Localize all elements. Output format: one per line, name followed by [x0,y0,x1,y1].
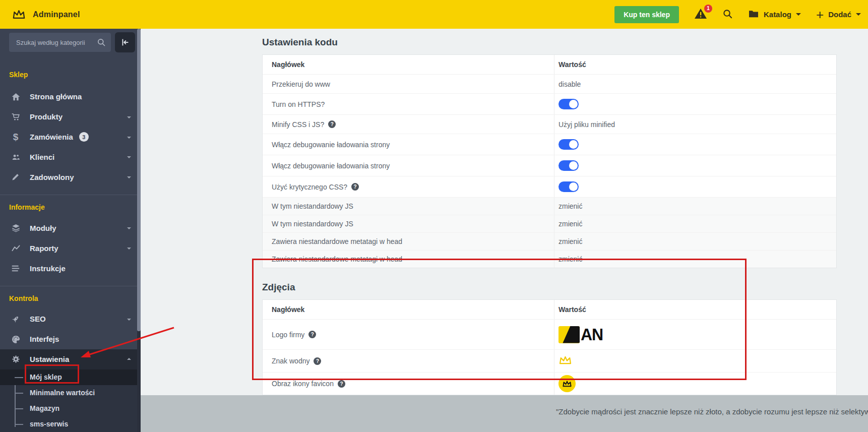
help-icon[interactable] [314,357,321,365]
table-row: Minify CSS i JS? Użyj pliku minified [263,114,836,134]
table-row: Zawiera niestandardowe metatagi w head z… [263,250,836,268]
warning-triangle-icon [694,13,707,21]
chevron-up-icon [127,356,131,360]
dan-logo-mark [559,326,580,343]
chevron-down-icon [127,248,131,252]
chevron-down-icon [796,13,801,18]
chevron-down-icon [856,13,861,18]
code-settings-table: Nagłówek Wartość Przekieruj do www disab… [262,54,837,268]
help-icon[interactable] [351,183,359,191]
dan-logo-letters: AN [581,325,603,344]
sidebar-item-strona-glowna[interactable]: Strona główna [0,87,137,107]
sidebar-subitem-magazyn[interactable]: Magazyn [0,401,137,416]
category-search-input[interactable] [9,33,111,52]
sidebar-item-label: Klienci [30,153,54,161]
sidebar-subitem-sms-serwis[interactable]: sms-serwis [0,416,137,432]
row-label: Włącz debugowanie ładowania strony [272,141,390,149]
change-link[interactable]: zmienić [559,220,582,228]
help-icon[interactable] [338,380,345,388]
section-title-photos: Zdjęcia [262,282,837,293]
catalog-dropdown[interactable]: Katalog [748,9,801,20]
footer: "Zdobycie mądrości jest znacznie lepsze … [141,395,868,432]
sidebar-subitem-label: Magazyn [30,404,59,412]
sidebar-item-label: Ustawienia [30,355,69,363]
pencil-icon [10,172,21,181]
row-label: Minify CSS i JS? [272,120,324,129]
row-label: Włącz debugowanie ładowania strony [272,162,390,170]
sidebar-search [9,33,111,52]
alerts-button[interactable]: 1 [694,8,707,22]
sidebar-item-seo[interactable]: SEO [0,309,137,329]
toggle-switch-on[interactable] [559,139,579,150]
sidebar-item-raporty[interactable]: Raporty [0,238,137,258]
sidebar-section-title-informacje: Informacje [0,203,137,213]
sidebar-subitem-label: Minimalne wartości [30,389,95,397]
sidebar-item-label: Moduły [30,224,56,232]
row-label: Użyć krytycznego CSS? [272,183,347,191]
toggle-switch-on[interactable] [559,160,579,171]
sidebar-item-interfejs[interactable]: Interfejs [0,329,137,349]
buy-shop-button[interactable]: Kup ten sklep [614,6,679,23]
table-row: W tym niestandardowy JS zmienić [263,215,836,232]
column-header-wartosc: Wartość [554,55,836,74]
sidebar-scrollbar-thumb[interactable] [137,29,141,331]
sidebar-item-zamowienia[interactable]: $ Zamówienia 3 [0,127,137,147]
settings-content: Ustawienia kodu Nagłówek Wartość Przekie… [141,29,868,395]
crown-icon [562,380,572,388]
change-link[interactable]: zmienić [559,255,582,263]
list-icon [10,265,21,272]
folder-icon [748,9,759,20]
toggle-switch-on[interactable] [559,99,579,109]
row-label: Zawiera niestandardowe metatagi w head [272,237,402,245]
sidebar: Sklep Strona główna Produkty $ Zamówieni… [0,29,137,432]
sidebar-item-produkty[interactable]: Produkty [0,107,137,127]
sidebar-section-title-sklep: Sklep [0,71,137,81]
row-label: W tym niestandardowy JS [272,202,353,210]
sidebar-group-ustawienia: Ustawienia Mój sklep Minimalne wartości … [0,349,137,432]
table-row: W tym niestandardowy JS zmienić [263,197,836,215]
help-icon[interactable] [308,331,316,338]
sidebar-item-instrukcje[interactable]: Instrukcje [0,258,137,278]
row-label: Turn on HTTPS? [272,100,325,108]
sidebar-item-moduly[interactable]: Moduły [0,218,137,238]
toggle-switch-on[interactable] [559,181,579,192]
add-dropdown[interactable]: + Dodać [816,10,861,20]
cart-icon [10,112,21,121]
change-link[interactable]: zmienić [559,237,582,245]
sidebar-item-ustawienia[interactable]: Ustawienia [0,349,137,369]
count-badge: 3 [79,132,89,142]
sidebar-item-label: Zamówienia [30,133,73,141]
table-row: Włącz debugowanie ładowania strony [263,155,836,176]
footer-quote: "Zdobycie mądrości jest znacznie lepsze … [556,407,868,416]
page-body: Sklep Strona główna Produkty $ Zamówieni… [0,29,868,432]
sidebar-subitem-moj-sklep[interactable]: Mój sklep [0,369,137,385]
row-value: Użyj pliku minified [559,120,615,129]
table-row: Włącz debugowanie ładowania strony [263,134,836,155]
sidebar-subitem-minimalne-wartosci[interactable]: Minimalne wartości [0,385,137,401]
dollar-icon: $ [10,132,21,143]
company-logo-image[interactable]: AN [559,325,603,344]
row-label: Zawiera niestandardowe metatagi w head [272,255,402,263]
sidebar-item-label: Raporty [30,244,58,253]
watermark-crown-icon[interactable] [559,354,572,367]
sidebar-item-label: Strona główna [30,92,82,101]
search-button[interactable] [722,9,733,21]
sidebar-collapse-button[interactable] [115,32,135,52]
home-icon [10,92,21,101]
users-icon [10,153,21,161]
favicon-image[interactable] [559,375,576,392]
collapse-left-icon [120,37,130,47]
chevron-down-icon [127,319,131,323]
sidebar-item-klienci[interactable]: Klienci [0,147,137,167]
chevron-down-icon [127,137,131,141]
sidebar-item-zadowolony[interactable]: Zadowolony [0,167,137,187]
chevron-down-icon [127,156,131,160]
search-icon [97,38,106,47]
column-header-wartosc: Wartość [554,300,836,319]
help-icon[interactable] [328,120,336,128]
sidebar-scrollbar[interactable] [137,29,141,432]
table-row: Przekieruj do www disable [263,74,836,93]
change-link[interactable]: zmienić [559,202,582,210]
sidebar-item-label: Instrukcje [30,264,66,273]
table-row: Zawiera niestandardowe metatagi w head z… [263,232,836,250]
